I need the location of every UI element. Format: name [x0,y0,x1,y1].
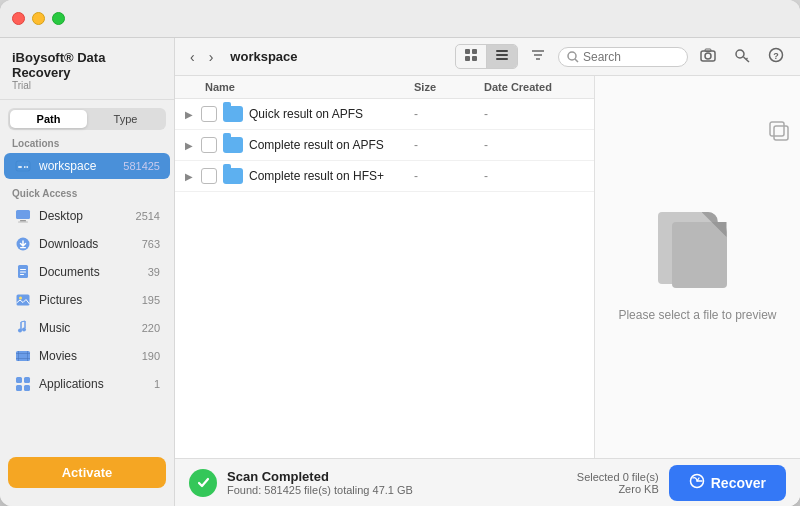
view-list-button[interactable] [487,45,517,68]
selected-files-label: Selected 0 file(s) [577,471,659,483]
row-size: - [414,107,484,121]
svg-rect-10 [20,269,26,270]
filter2-button[interactable] [728,44,756,69]
camera-button[interactable] [694,44,722,69]
sidebar-item-movies[interactable]: Movies 190 [4,343,170,369]
row-name: Complete result on APFS [249,138,414,152]
content-area: ‹ › workspace [175,38,800,506]
row-checkbox[interactable] [201,137,217,153]
file-area: Name Size Date Created ▶ Quick result [175,76,800,458]
help-button[interactable]: ? [762,44,790,69]
search-input[interactable] [583,50,673,64]
sidebar-item-pictures[interactable]: Pictures 195 [4,287,170,313]
svg-rect-30 [496,50,508,52]
recover-button[interactable]: Recover [669,465,786,501]
svg-text:?: ? [773,51,779,61]
music-label: Music [39,321,142,335]
svg-rect-6 [18,222,28,223]
svg-rect-27 [472,49,477,54]
sidebar-tabs: Path Type [8,108,166,130]
row-expander[interactable]: ▶ [185,140,199,151]
filter-icon [530,47,546,63]
desktop-icon [14,207,32,225]
app-subtitle: Trial [12,80,162,91]
sidebar-item-downloads[interactable]: Downloads 763 [4,231,170,257]
activate-button[interactable]: Activate [8,457,166,488]
workspace-label: workspace [39,159,123,173]
tab-path[interactable]: Path [10,110,87,128]
preview-placeholder-text: Please select a file to preview [618,308,776,322]
recover-icon [689,473,705,492]
scan-complete-icon [189,469,217,497]
workspace-count: 581425 [123,160,160,172]
svg-rect-5 [20,220,26,222]
tab-type[interactable]: Type [87,110,164,128]
sidebar-item-documents[interactable]: Documents 39 [4,259,170,285]
col-name-header: Name [205,81,414,93]
back-button[interactable]: ‹ [185,46,200,68]
svg-rect-25 [24,385,30,391]
file-rows: ▶ Quick result on APFS - - ▶ [175,99,594,458]
svg-rect-2 [24,166,26,168]
svg-rect-12 [20,274,24,275]
minimize-button[interactable] [32,12,45,25]
forward-button[interactable]: › [204,46,219,68]
pic-icon [14,291,32,309]
documents-count: 39 [148,266,160,278]
drive-icon [14,157,32,175]
recover-label: Recover [711,475,766,491]
svg-point-36 [568,52,576,60]
filter-button[interactable] [524,44,552,69]
sidebar-item-applications[interactable]: Applications 1 [4,371,170,397]
row-checkbox[interactable] [201,106,217,122]
scan-status-title: Scan Completed [227,469,413,484]
row-expander[interactable]: ▶ [185,109,199,120]
svg-line-43 [746,58,748,60]
sidebar-item-workspace[interactable]: workspace 581425 [4,153,170,179]
table-row[interactable]: ▶ Complete result on APFS - - [175,130,594,161]
download-icon [14,235,32,253]
selected-size-label: Zero KB [577,483,659,495]
traffic-lights [12,12,65,25]
pictures-label: Pictures [39,293,142,307]
svg-point-14 [19,297,22,300]
preview-icon-area [658,212,738,292]
sidebar-item-music[interactable]: Music 220 [4,315,170,341]
search-box[interactable] [558,47,688,67]
sidebar-item-desktop[interactable]: Desktop 2514 [4,203,170,229]
svg-point-41 [736,50,744,58]
view-grid-button[interactable] [456,45,487,68]
row-checkbox[interactable] [201,168,217,184]
close-button[interactable] [12,12,25,25]
svg-rect-47 [770,122,784,136]
music-icon [14,319,32,337]
row-date: - [484,169,584,183]
locations-section-label: Locations [0,130,174,152]
movie-icon [14,347,32,365]
documents-label: Documents [39,265,148,279]
table-row[interactable]: ▶ Complete result on HFS+ - - [175,161,594,192]
view-toggle [455,44,518,69]
scan-status-detail: Found: 581425 file(s) totaling 47.1 GB [227,484,413,496]
app-title: iBoysoft® Data Recovery [12,50,162,80]
row-expander[interactable]: ▶ [185,171,199,182]
main-layout: iBoysoft® Data Recovery Trial Path Type … [0,38,800,506]
app-icon [14,375,32,393]
sidebar-header: iBoysoft® Data Recovery Trial [0,38,174,100]
folder-icon [223,105,243,123]
svg-point-16 [22,328,26,332]
svg-rect-3 [27,166,29,168]
copy-button[interactable] [768,120,790,147]
quick-access-label: Quick Access [0,180,174,202]
row-size: - [414,138,484,152]
doc-icon [14,263,32,281]
col-size-header: Size [414,81,484,93]
table-row[interactable]: ▶ Quick result on APFS - - [175,99,594,130]
desktop-count: 2514 [136,210,160,222]
svg-rect-20 [18,351,19,361]
downloads-label: Downloads [39,237,142,251]
row-name: Quick result on APFS [249,107,414,121]
maximize-button[interactable] [52,12,65,25]
svg-rect-11 [20,272,26,273]
app-window: iBoysoft® Data Recovery Trial Path Type … [0,0,800,506]
